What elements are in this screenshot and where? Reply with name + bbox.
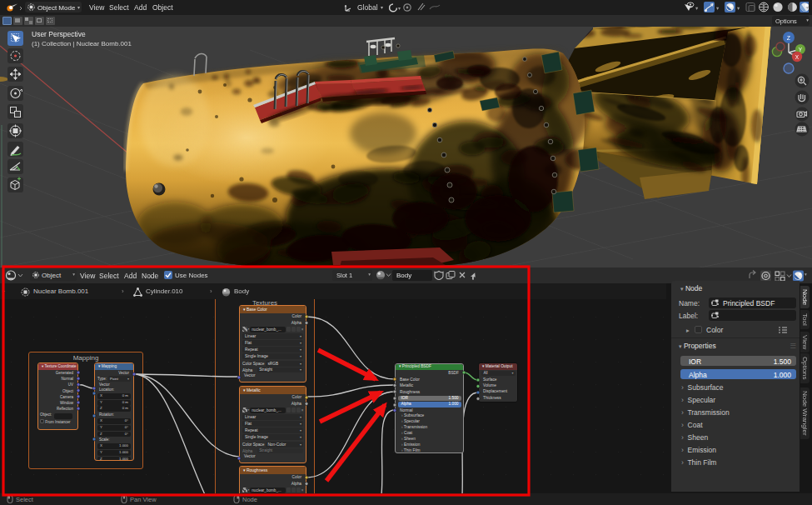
svg-text:▾: ▾ <box>695 5 699 11</box>
svg-text:▾: ▾ <box>716 5 720 11</box>
svg-text:(1) Collection | Nuclear Bomb.: (1) Collection | Nuclear Bomb.001 <box>32 40 132 48</box>
svg-text:▾: ▾ <box>398 6 401 11</box>
svg-text:Z: Z <box>787 35 791 41</box>
svg-text:Y: Y <box>799 47 803 52</box>
svg-text:User Perspective: User Perspective <box>32 30 86 38</box>
svg-text:▾: ▾ <box>737 5 740 11</box>
svg-text:X: X <box>795 54 800 60</box>
